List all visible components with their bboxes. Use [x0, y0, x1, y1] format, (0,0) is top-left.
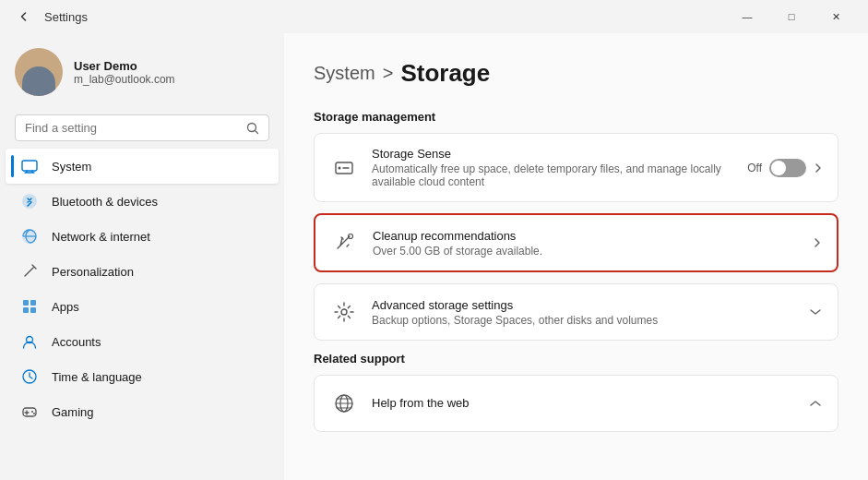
sidebar-item-bluetooth-label: Bluetooth & devices	[52, 195, 158, 209]
storage-sense-toggle[interactable]	[769, 159, 806, 177]
sidebar-item-time[interactable]: Time & language	[6, 359, 279, 394]
cleanup-icon	[330, 228, 360, 258]
sidebar-nav: System Bluetooth & devices	[0, 149, 284, 429]
sidebar-item-gaming[interactable]: Gaming	[6, 394, 279, 429]
cleanup-chevron-icon	[813, 235, 822, 250]
help-web-title: Help from the web	[372, 396, 795, 410]
storage-sense-content: Storage Sense Automatically free up spac…	[372, 147, 734, 188]
svg-point-12	[33, 413, 35, 414]
advanced-storage-desc: Backup options, Storage Spaces, other di…	[372, 314, 795, 327]
sidebar-item-network[interactable]: Network & internet	[6, 219, 279, 254]
sidebar-item-accounts-label: Accounts	[52, 335, 101, 349]
help-web-icon	[329, 389, 359, 418]
bluetooth-icon	[20, 192, 39, 210]
titlebar: Settings — □ ✕	[0, 0, 868, 33]
cleanup-card: Cleanup recommendations Over 5.00 GB of …	[314, 213, 838, 272]
sidebar-item-system[interactable]: System	[6, 149, 279, 184]
storage-sense-icon	[329, 153, 359, 183]
back-button[interactable]	[11, 4, 37, 30]
sidebar-item-gaming-label: Gaming	[52, 405, 94, 419]
cleanup-control	[813, 235, 822, 250]
advanced-storage-icon	[329, 297, 359, 327]
help-web-content: Help from the web	[372, 396, 795, 412]
svg-rect-5	[30, 300, 36, 306]
sidebar-item-apps-label: Apps	[52, 300, 79, 314]
storage-sense-card: Storage Sense Automatically free up spac…	[314, 133, 838, 202]
sidebar-item-bluetooth[interactable]: Bluetooth & devices	[6, 184, 279, 219]
sidebar-item-personalization-label: Personalization	[52, 265, 134, 279]
search-box[interactable]	[15, 114, 269, 141]
storage-sense-title: Storage Sense	[372, 147, 734, 161]
storage-management-title: Storage management	[314, 110, 838, 124]
minimize-button[interactable]: —	[726, 4, 768, 30]
svg-rect-1	[22, 161, 37, 171]
sidebar-item-time-label: Time & language	[52, 370, 142, 384]
storage-sense-desc: Automatically free up space, delete temp…	[372, 162, 734, 188]
sidebar-item-personalization[interactable]: Personalization	[6, 254, 279, 289]
advanced-storage-chevron-down-icon	[808, 307, 823, 317]
related-support-section: Related support Help from the web	[314, 352, 838, 432]
avatar	[15, 48, 63, 96]
help-web-control	[808, 399, 823, 408]
svg-point-11	[31, 411, 33, 413]
breadcrumb-current: Storage	[400, 59, 490, 88]
breadcrumb-separator: >	[383, 63, 394, 84]
sidebar-item-network-label: Network & internet	[52, 230, 150, 244]
user-name: User Demo	[74, 59, 175, 73]
help-web-chevron-up-icon	[808, 399, 823, 408]
user-info: User Demo m_lab@outlook.com	[74, 59, 175, 86]
advanced-storage-item[interactable]: Advanced storage settings Backup options…	[315, 284, 838, 340]
window-controls: — □ ✕	[726, 4, 857, 30]
related-support-title: Related support	[314, 352, 838, 366]
help-web-card: Help from the web	[314, 375, 838, 432]
storage-sense-chevron-icon	[814, 161, 823, 175]
breadcrumb-parent[interactable]: System	[314, 63, 375, 84]
breadcrumb: System > Storage	[314, 59, 838, 88]
storage-sense-control: Off	[747, 159, 823, 177]
sidebar-item-system-label: System	[52, 160, 91, 174]
svg-rect-7	[30, 307, 36, 313]
cleanup-content: Cleanup recommendations Over 5.00 GB of …	[373, 229, 800, 258]
accounts-icon	[20, 332, 39, 351]
advanced-storage-content: Advanced storage settings Backup options…	[372, 298, 795, 327]
time-icon	[20, 367, 39, 386]
storage-sense-item[interactable]: Storage Sense Automatically free up spac…	[315, 134, 838, 201]
network-icon	[20, 227, 39, 246]
user-email: m_lab@outlook.com	[74, 73, 175, 86]
svg-point-14	[339, 166, 341, 169]
advanced-storage-control	[808, 307, 823, 317]
cleanup-item[interactable]: Cleanup recommendations Over 5.00 GB of …	[315, 215, 837, 270]
close-button[interactable]: ✕	[814, 4, 857, 30]
cleanup-desc: Over 5.00 GB of storage available.	[373, 245, 800, 258]
maximize-button[interactable]: □	[770, 4, 813, 30]
advanced-storage-title: Advanced storage settings	[372, 298, 795, 312]
apps-icon	[20, 297, 39, 316]
system-icon	[20, 157, 39, 175]
sidebar-item-accounts[interactable]: Accounts	[6, 324, 279, 359]
advanced-storage-card: Advanced storage settings Backup options…	[314, 283, 838, 341]
content-area: System > Storage Storage management Stor…	[284, 33, 868, 480]
svg-rect-6	[23, 307, 29, 313]
storage-sense-toggle-label: Off	[747, 162, 762, 174]
gaming-icon	[20, 402, 39, 421]
help-web-item[interactable]: Help from the web	[315, 376, 838, 431]
svg-rect-4	[23, 300, 29, 306]
personalization-icon	[20, 262, 39, 281]
search-icon	[246, 122, 259, 135]
app-title: Settings	[44, 10, 726, 24]
search-input[interactable]	[25, 121, 239, 135]
user-profile[interactable]: User Demo m_lab@outlook.com	[0, 33, 284, 111]
svg-point-16	[341, 309, 347, 315]
cleanup-title: Cleanup recommendations	[373, 229, 800, 243]
sidebar: User Demo m_lab@outlook.com	[0, 33, 284, 480]
sidebar-item-apps[interactable]: Apps	[6, 289, 279, 324]
